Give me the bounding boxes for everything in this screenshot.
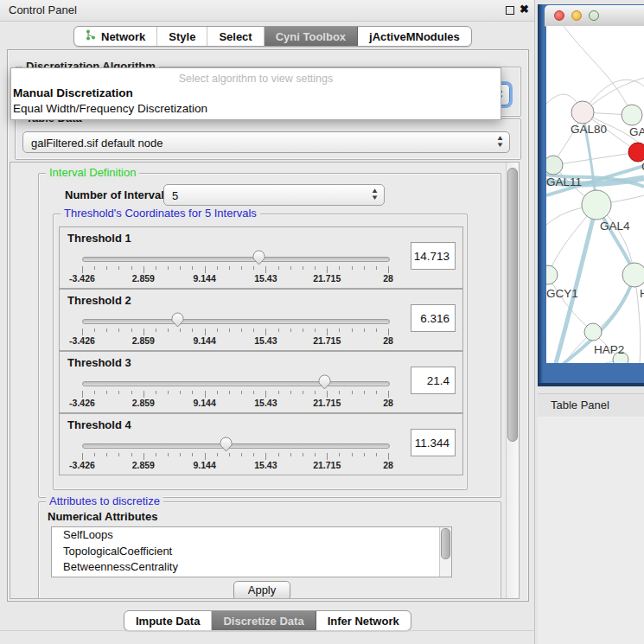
network-node-label: GAL80: [571, 123, 607, 136]
threshold-panel: Threshold 1-3.4262.8599.14415.4321.71528…: [59, 226, 463, 289]
tick-label: 28: [383, 273, 393, 284]
network-node-label: HAP2: [594, 343, 624, 356]
network-canvas[interactable]: GAL80GACGAL11GAL4GCY1HHAP2: [546, 26, 644, 363]
threshold-panel: Threshold 4-3.4262.8599.14415.4321.71528…: [59, 413, 463, 475]
table-data-combobox[interactable]: galFiltered.sif default node ▲▼: [22, 131, 510, 153]
tick-label: -3.426: [69, 273, 95, 284]
table-panel-body: ⚙ ✓ ✓ shared…na YDL19…YDL1YDR27…YDR2YBR0…: [538, 417, 644, 644]
threshold-value-field[interactable]: 21.4: [411, 367, 456, 394]
slider-tick-labels: -3.4262.8599.14415.4321.71528: [82, 273, 388, 284]
slider-thumb[interactable]: [317, 374, 332, 390]
slider-thumb[interactable]: [252, 250, 266, 265]
network-node[interactable]: [622, 105, 642, 125]
slider-track[interactable]: [82, 443, 390, 449]
attributes-list-scrollbar[interactable]: [439, 527, 451, 577]
tick-label: 28: [383, 335, 393, 346]
thresholds-group: Threshold's Coordinates for 5 Intervals …: [53, 214, 468, 490]
apply-button[interactable]: Apply: [233, 581, 290, 599]
slider-track[interactable]: [82, 381, 390, 386]
network-node[interactable]: [582, 190, 611, 220]
slider-ticks: [82, 328, 388, 335]
combo-arrows-icon: ▲▼: [370, 188, 379, 203]
settings-vertical-scrollbar[interactable]: [506, 163, 519, 598]
attribute-items: SelfLoopsTopologicalCoefficientBetweenne…: [52, 527, 451, 576]
tab-style[interactable]: Style: [157, 27, 207, 46]
threshold-panel: Threshold 3-3.4262.8599.14415.4321.71528…: [59, 351, 463, 413]
settings-scrollpane: Interval Definition Number of Intervals …: [10, 162, 520, 599]
tick-label: 9.144: [193, 460, 215, 470]
slider-track[interactable]: [82, 319, 390, 324]
tab-label: Discretize Data: [223, 615, 303, 628]
tick-label: 9.144: [193, 273, 215, 284]
interval-definition-group: Interval Definition Number of Intervals …: [38, 173, 501, 498]
network-node-label: GAL11: [546, 175, 582, 188]
tick-label: 15.43: [254, 335, 277, 346]
minimize-traffic-light[interactable]: [571, 10, 582, 21]
network-edge: [564, 26, 632, 115]
close-icon[interactable]: ✖: [520, 3, 529, 16]
numerical-attributes-list: SelfLoopsTopologicalCoefficientBetweenne…: [51, 526, 452, 577]
tab-select[interactable]: Select: [207, 27, 264, 46]
network-edge: [553, 152, 638, 165]
threshold-value-field[interactable]: 14.713: [411, 242, 456, 270]
number-of-intervals-label: Number of Intervals: [65, 188, 170, 201]
network-node[interactable]: [584, 323, 602, 341]
network-window-frame: [538, 4, 543, 386]
number-of-intervals-value: 5: [172, 189, 178, 202]
tab-discretize-data[interactable]: Discretize Data: [212, 611, 316, 630]
tick-label: 2.859: [132, 335, 155, 346]
threshold-value-field[interactable]: 6.316: [411, 304, 456, 332]
algorithm-popup-hint: Select algorithm to view settings: [11, 73, 501, 85]
network-graph: GAL80GACGAL11GAL4GCY1HHAP2: [546, 26, 644, 363]
threshold-label: Threshold 4: [67, 418, 131, 431]
algorithm-option[interactable]: Equal Width/Frequency Discretization: [11, 100, 501, 116]
tab-jactivemnodules[interactable]: jActiveMNodules: [358, 27, 471, 46]
tick-label: 9.144: [193, 335, 215, 346]
slider-ticks: [82, 453, 388, 460]
tick-label: 9.144: [193, 398, 215, 408]
network-node[interactable]: [546, 265, 558, 284]
close-traffic-light[interactable]: [554, 10, 564, 21]
threshold-panel: Threshold 2-3.4262.8599.14415.4321.71528…: [59, 289, 463, 351]
threshold-label: Threshold 1: [67, 232, 131, 245]
interval-definition-title: Interval Definition: [46, 166, 139, 180]
network-icon: [86, 29, 96, 43]
attributes-scroll-thumb[interactable]: [441, 528, 450, 559]
slider-tick-labels: -3.4262.8599.14415.4321.71528: [82, 335, 388, 346]
network-node[interactable]: [628, 143, 644, 162]
tab-network[interactable]: Network: [74, 27, 157, 46]
attribute-list-item[interactable]: TopologicalCoefficient: [52, 544, 451, 560]
float-window-icon[interactable]: [506, 6, 514, 15]
attribute-list-item[interactable]: BetweennessCentrality: [52, 559, 451, 576]
number-of-intervals-combobox[interactable]: 5 ▲▼: [163, 184, 385, 206]
zoom-traffic-light[interactable]: [589, 10, 599, 21]
tab-label: Impute Data: [136, 615, 200, 628]
network-node[interactable]: [571, 101, 594, 124]
tab-label: Cyni Toolbox: [276, 30, 346, 43]
tab-label: Network: [101, 30, 145, 43]
tick-label: 28: [383, 398, 393, 408]
settings-scroll-thumb[interactable]: [507, 168, 518, 442]
tick-label: 15.43: [254, 273, 277, 284]
thresholds-group-title: Threshold's Coordinates for 5 Intervals: [61, 207, 260, 220]
slider-tick-labels: -3.4262.8599.14415.4321.71528: [82, 398, 388, 408]
attribute-list-item[interactable]: SelfLoops: [52, 527, 451, 544]
app-root: Control Panel ✖ NetworkStyleSelectCyni T…: [0, 0, 644, 644]
network-node-label: GA: [629, 125, 644, 138]
tab-cyni-toolbox[interactable]: Cyni Toolbox: [265, 27, 358, 46]
slider-thumb[interactable]: [219, 437, 233, 452]
tick-label: 21.715: [313, 398, 341, 408]
tab-infer-network[interactable]: Infer Network: [316, 611, 411, 630]
network-view-window: GAL80GACGAL11GAL4GCY1HHAP2: [538, 4, 644, 386]
slider-ticks: [82, 391, 388, 398]
threshold-value-field[interactable]: 11.344: [411, 429, 456, 456]
right-region: GAL80GACGAL11GAL4GCY1HHAP2 Table Panel ⚙…: [535, 0, 644, 644]
tab-impute-data[interactable]: Impute Data: [124, 611, 212, 630]
algorithm-option[interactable]: Manual Discretization: [11, 85, 501, 100]
slider-thumb[interactable]: [170, 312, 185, 328]
network-node[interactable]: [546, 156, 563, 175]
network-node[interactable]: [622, 263, 644, 287]
control-panel-titlebar: Control Panel ✖: [0, 0, 534, 22]
network-node-label: GAL4: [600, 220, 630, 233]
slider-track[interactable]: [82, 257, 390, 262]
